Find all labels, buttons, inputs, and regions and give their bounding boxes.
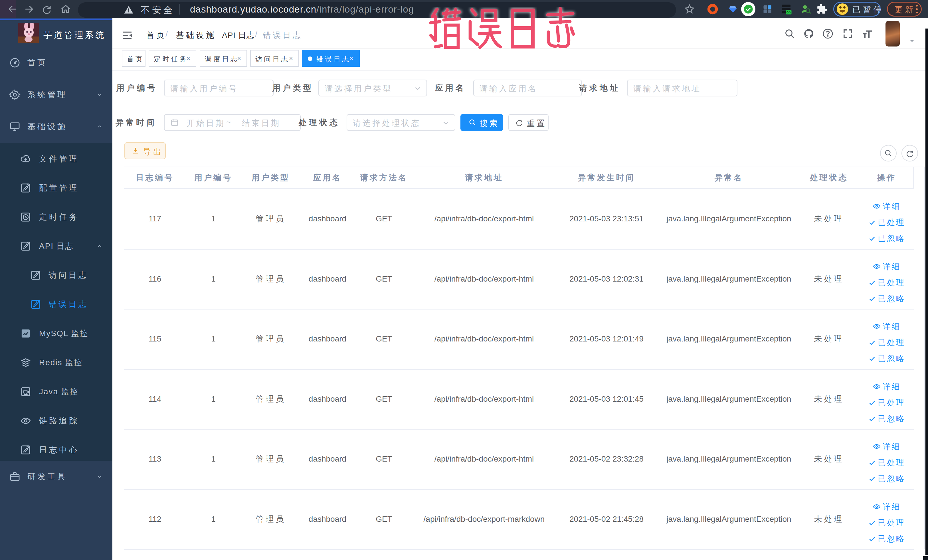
- svg-text:on: on: [786, 10, 791, 14]
